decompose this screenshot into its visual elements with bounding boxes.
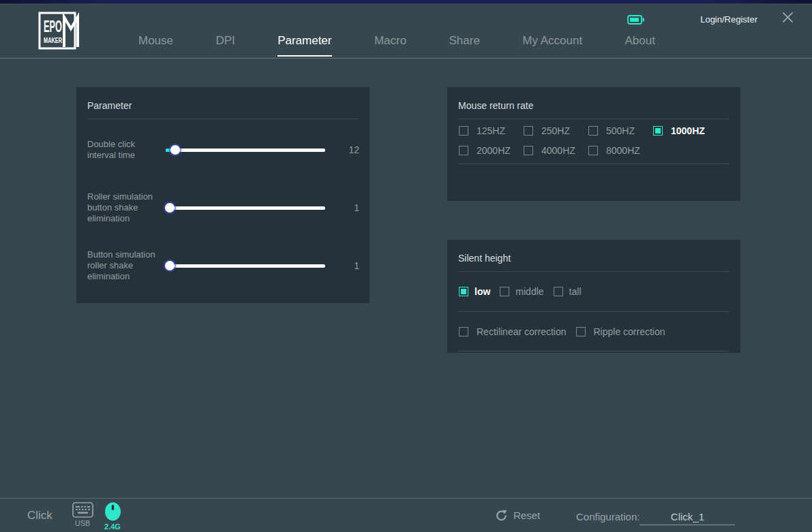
slider-label: Roller simulation button shake eliminati…: [87, 191, 164, 224]
slider-label: Button simulation roller shake eliminati…: [87, 249, 164, 282]
checkbox-middle[interactable]: middle: [500, 286, 543, 297]
checkbox-4000hz[interactable]: 4000HZ: [524, 145, 588, 156]
reset-button[interactable]: Reset: [496, 510, 540, 521]
return-rate-row-2: 2000HZ 4000HZ 8000HZ: [447, 144, 740, 157]
checkbox-icon: [653, 126, 663, 136]
tab-my-account[interactable]: My Account: [522, 34, 582, 57]
tab-share[interactable]: Share: [449, 34, 479, 57]
checkbox-250hz[interactable]: 250HZ: [524, 125, 588, 136]
checkbox-1000hz[interactable]: 1000HZ: [653, 125, 718, 136]
divider: [458, 119, 730, 119]
svg-text:MAKER: MAKER: [44, 36, 62, 44]
login-register-link[interactable]: Login/Register: [700, 14, 757, 25]
checkbox-tall[interactable]: tall: [554, 286, 582, 297]
checkbox-icon: [524, 146, 533, 155]
checkbox-2000hz[interactable]: 2000HZ: [459, 145, 524, 156]
slider-thumb[interactable]: [165, 203, 175, 213]
silent-height-title: Silent height: [458, 253, 511, 264]
button-simulation-row: Button simulation roller shake eliminati…: [76, 245, 370, 286]
mode-label: Click: [27, 509, 52, 522]
double-click-interval-slider[interactable]: [166, 145, 325, 155]
checkbox-icon: [500, 287, 509, 296]
reset-label: Reset: [513, 510, 540, 521]
checkbox-rectilinear-correction[interactable]: Rectilinear correction: [459, 326, 567, 337]
configuration-field: Configuration: Click_1: [576, 511, 735, 525]
keyboard-icon: [72, 502, 93, 518]
checkbox-icon: [576, 327, 586, 337]
device-24g-label: 2.4G: [104, 522, 121, 531]
battery-icon: [627, 15, 645, 25]
checkbox-icon: [459, 287, 468, 296]
checkbox-low[interactable]: low: [459, 286, 490, 297]
checkbox-500hz[interactable]: 500HZ: [588, 125, 653, 136]
divider: [458, 311, 730, 312]
device-24g[interactable]: 2.4G: [97, 502, 127, 531]
button-simulation-slider[interactable]: [166, 261, 325, 270]
slider-track[interactable]: [166, 206, 325, 210]
configuration-value[interactable]: Click_1: [640, 511, 735, 525]
divider: [458, 163, 730, 164]
checkbox-icon: [588, 126, 598, 136]
divider: [458, 351, 730, 351]
slider-thumb[interactable]: [165, 261, 175, 270]
roller-simulation-row: Roller simulation button shake eliminati…: [76, 187, 370, 228]
parameter-panel-title: Parameter: [87, 100, 132, 111]
correction-row: Rectilinear correction Ripple correction: [447, 325, 740, 339]
checkbox-icon: [459, 126, 468, 136]
silent-height-panel: Silent height low middle tall Rectilinea…: [447, 240, 740, 353]
svg-text:EPO: EPO: [44, 17, 62, 35]
tab-mouse[interactable]: Mouse: [138, 34, 173, 57]
divider: [87, 119, 359, 119]
tab-macro[interactable]: Macro: [374, 34, 406, 57]
double-click-interval-row: Double click interval time 12: [76, 129, 370, 170]
return-rate-row-1: 125HZ 250HZ 500HZ 1000HZ: [447, 124, 740, 138]
slider-label: Double click interval time: [87, 139, 164, 161]
checkbox-8000hz[interactable]: 8000HZ: [588, 145, 653, 156]
divider: [458, 271, 730, 272]
parameter-panel: Parameter Double click interval time 12 …: [76, 87, 370, 303]
tab-dpi[interactable]: DPI: [215, 34, 235, 57]
silent-height-row: low middle tall: [447, 285, 740, 298]
checkbox-icon: [554, 287, 563, 296]
reset-icon: [496, 510, 507, 521]
checkbox-ripple-correction[interactable]: Ripple correction: [576, 326, 665, 337]
mouse-icon: [104, 502, 121, 521]
roller-simulation-slider[interactable]: [166, 203, 325, 213]
slider-thumb[interactable]: [170, 145, 180, 155]
checkbox-icon: [459, 146, 468, 155]
slider-track[interactable]: [166, 148, 325, 152]
close-icon[interactable]: [781, 11, 794, 24]
slider-value: 1: [325, 260, 359, 271]
checkbox-icon: [588, 146, 598, 155]
checkbox-icon: [524, 126, 533, 136]
mouse-return-rate-panel: Mouse return rate 125HZ 250HZ 500HZ 1000…: [447, 87, 740, 201]
epomaker-logo: EPO MAKER: [38, 11, 83, 50]
device-usb[interactable]: USB: [67, 502, 97, 527]
checkbox-icon: [459, 327, 468, 337]
app-window: EPO MAKER Mouse DPI Parameter Macro Shar…: [0, 0, 812, 532]
footer-bar: Click USB 2.4G: [0, 498, 812, 532]
tab-parameter[interactable]: Parameter: [277, 34, 331, 57]
slider-value: 1: [325, 202, 359, 213]
slider-track[interactable]: [166, 264, 325, 268]
mouse-return-rate-title: Mouse return rate: [458, 100, 534, 111]
header-bar: EPO MAKER Mouse DPI Parameter Macro Shar…: [0, 3, 812, 59]
epomaker-logo-icon: EPO MAKER: [38, 11, 83, 50]
tab-about[interactable]: About: [625, 34, 655, 57]
device-usb-label: USB: [75, 519, 91, 527]
main-nav: Mouse DPI Parameter Macro Share My Accou…: [138, 3, 655, 58]
configuration-label: Configuration:: [576, 511, 640, 522]
checkbox-125hz[interactable]: 125HZ: [459, 125, 524, 136]
slider-value: 12: [325, 144, 359, 155]
